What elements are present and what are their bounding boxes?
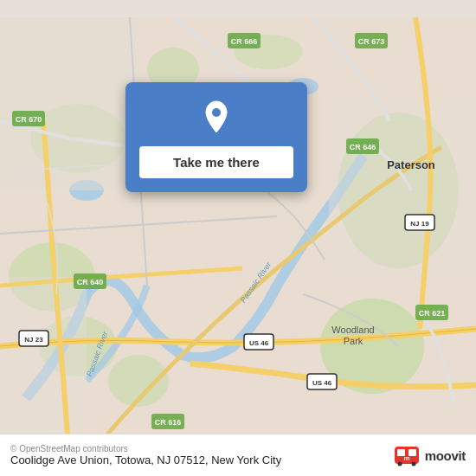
svg-text:CR 666: CR 666	[231, 37, 258, 46]
take-me-there-button[interactable]: Take me there	[139, 146, 293, 178]
svg-text:m: m	[403, 454, 409, 462]
copyright-text: © OpenStreetMap contributors	[10, 444, 281, 453]
svg-point-43	[212, 108, 221, 117]
svg-text:CR 640: CR 640	[77, 278, 104, 286]
bottom-bar: © OpenStreetMap contributors Coolidge Av…	[0, 434, 476, 476]
svg-text:CR 670: CR 670	[16, 115, 42, 124]
svg-text:CR 616: CR 616	[155, 418, 182, 427]
location-address: Coolidge Ave Union, Totowa, NJ 07512, Ne…	[10, 453, 281, 466]
location-card: Take me there	[125, 82, 307, 192]
map-svg: (681) CR 670 CR 666 CR 673 CR 646 CR 640…	[0, 0, 476, 476]
moovit-logo: m moovit	[393, 441, 466, 469]
moovit-label: moovit	[425, 448, 466, 463]
svg-text:Paterson: Paterson	[387, 158, 435, 171]
svg-text:CR 646: CR 646	[350, 143, 376, 151]
svg-text:Woodland: Woodland	[331, 325, 374, 335]
svg-text:CR 673: CR 673	[358, 37, 385, 46]
svg-text:NJ 23: NJ 23	[24, 336, 43, 344]
bottom-left-info: © OpenStreetMap contributors Coolidge Av…	[10, 444, 281, 466]
svg-text:CR 621: CR 621	[419, 309, 446, 318]
svg-text:Park: Park	[344, 336, 363, 346]
svg-text:NJ 19: NJ 19	[410, 220, 429, 228]
moovit-icon: m	[393, 441, 421, 469]
svg-text:US 46: US 46	[312, 379, 332, 387]
svg-rect-13	[0, 277, 87, 459]
pin-icon	[197, 98, 235, 136]
map-container: (681) CR 670 CR 666 CR 673 CR 646 CR 640…	[0, 0, 476, 476]
svg-text:US 46: US 46	[249, 339, 269, 347]
svg-point-47	[397, 462, 402, 466]
svg-point-48	[411, 462, 415, 466]
svg-rect-12	[329, 104, 476, 277]
